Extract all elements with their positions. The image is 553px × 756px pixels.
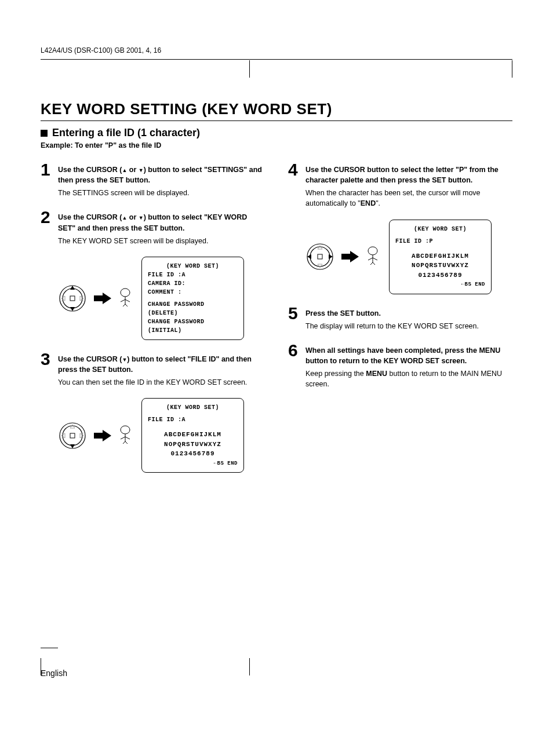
svg-rect-2 — [70, 296, 75, 301]
svg-point-17 — [121, 426, 130, 434]
page-title: KEY WORD SETTING (KEY WORD SET) — [41, 100, 512, 118]
svg-point-1 — [63, 288, 82, 308]
footer-language: English — [41, 669, 512, 678]
svg-point-10 — [63, 426, 82, 445]
crop-mark-bottom-left — [41, 648, 58, 678]
svg-marker-6 — [80, 296, 83, 301]
page: L42A4/US (DSR-C100) GB 2001, 4, 16 KEY W… — [0, 0, 553, 713]
columns: 1 Use the CURSOR ( or ) button to select… — [41, 161, 512, 483]
step-3: 3 Use the CURSOR () button to select "FI… — [41, 350, 265, 388]
dpad-down-icon — [58, 421, 87, 450]
step-number: 4 — [288, 161, 305, 178]
svg-marker-24 — [329, 254, 333, 259]
press-button-icon — [366, 246, 382, 267]
step-5: 5 Press the SET button. The display will… — [288, 305, 512, 331]
arrow-right-icon — [94, 293, 111, 304]
press-button-icon — [118, 288, 134, 309]
svg-marker-25 — [341, 251, 359, 262]
header-rule — [41, 59, 512, 60]
step-6: 6 When all settings have been completed,… — [288, 342, 512, 390]
arrow-right-icon — [341, 251, 359, 262]
left-column: 1 Use the CURSOR ( or ) button to select… — [41, 161, 265, 483]
svg-marker-15 — [80, 433, 83, 438]
svg-marker-23 — [307, 254, 311, 259]
step-2-instruction: Use the CURSOR ( or ) button to select "… — [58, 213, 247, 232]
svg-marker-3 — [70, 286, 75, 290]
svg-marker-4 — [70, 307, 75, 311]
svg-rect-20 — [318, 254, 322, 259]
dpad-vertical-icon — [58, 284, 87, 313]
crop-mark-top-right — [512, 60, 512, 80]
step-number: 2 — [41, 209, 58, 226]
step-5-result: The display will return to the KEY WORD … — [305, 321, 512, 331]
crop-mark-bottom-center — [249, 658, 250, 678]
step-4-instruction: Use the CURSOR button to select the lett… — [305, 166, 499, 184]
screen-file-id-a: (KEY WORD SET) FILE ID :A ABCDEFGHIJKLM … — [141, 398, 244, 473]
press-button-icon — [118, 425, 134, 446]
step-6-instruction: When all settings have been completed, p… — [305, 346, 500, 365]
screen-file-id-p: (KEY WORD SET) FILE ID :P ABCDEFGHIJKLM … — [389, 220, 492, 294]
step-number: 3 — [41, 350, 58, 368]
down-triangle-icon — [139, 213, 144, 221]
svg-rect-11 — [70, 433, 75, 438]
title-rule — [41, 120, 512, 121]
svg-point-26 — [368, 247, 377, 255]
header-text: L42A4/US (DSR-C100) GB 2001, 4, 16 — [41, 46, 512, 54]
step-3-result: You can then set the file ID in the KEY … — [58, 377, 265, 388]
step-4: 4 Use the CURSOR button to select the le… — [288, 161, 512, 209]
svg-marker-7 — [94, 293, 111, 304]
step-3-instruction: Use the CURSOR () button to select "FILE… — [58, 355, 252, 374]
svg-marker-16 — [94, 430, 111, 441]
down-triangle-icon — [139, 166, 144, 174]
illustration-step-4: (KEY WORD SET) FILE ID :P ABCDEFGHIJKLM … — [305, 220, 512, 294]
arrow-right-icon — [94, 430, 111, 441]
step-number: 5 — [288, 305, 305, 322]
section-heading: Entering a file ID (1 character) — [41, 127, 512, 139]
illustration-step-3: (KEY WORD SET) FILE ID :A ABCDEFGHIJKLM … — [58, 398, 265, 473]
step-number: 1 — [41, 161, 58, 178]
svg-point-19 — [310, 247, 330, 266]
svg-marker-5 — [61, 296, 65, 301]
step-2-result: The KEY WORD SET screen will be displaye… — [58, 236, 265, 246]
screen-keyword-set: (KEY WORD SET) FILE ID :A CAMERA ID: COM… — [141, 257, 244, 340]
step-4-result: When the character has been set, the cur… — [305, 188, 512, 209]
step-5-instruction: Press the SET button. — [305, 309, 381, 317]
step-1-result: The SETTINGS screen will be displayed. — [58, 188, 265, 198]
svg-marker-14 — [61, 433, 65, 438]
svg-point-8 — [121, 288, 130, 297]
step-2: 2 Use the CURSOR ( or ) button to select… — [41, 209, 265, 246]
square-bullet-icon — [41, 130, 48, 137]
dpad-horizontal-icon — [305, 242, 334, 271]
step-number: 6 — [288, 342, 305, 359]
step-1: 1 Use the CURSOR ( or ) button to select… — [41, 161, 265, 198]
svg-marker-13 — [70, 444, 75, 448]
svg-marker-21 — [318, 246, 322, 249]
step-1-instruction: Use the CURSOR ( or ) button to select "… — [58, 166, 262, 184]
illustration-step-2: (KEY WORD SET) FILE ID :A CAMERA ID: COM… — [58, 257, 265, 340]
svg-marker-22 — [318, 264, 322, 268]
crop-mark-top-center — [249, 60, 250, 80]
right-column: 4 Use the CURSOR button to select the le… — [288, 161, 512, 483]
svg-marker-12 — [70, 425, 75, 428]
step-6-result: Keep pressing the MENU button to return … — [305, 368, 512, 389]
section-title: Entering a file ID (1 character) — [52, 127, 200, 139]
example-text: Example: To enter "P" as the file ID — [41, 141, 512, 149]
